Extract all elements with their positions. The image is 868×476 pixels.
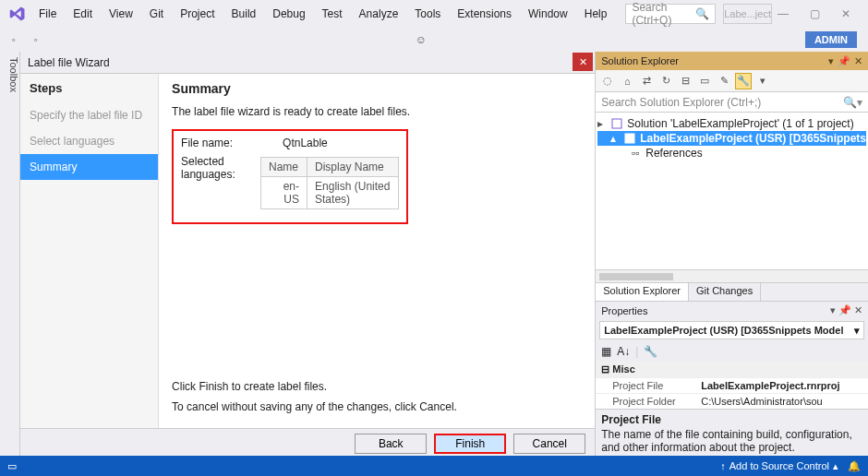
wizard-button-bar: Back Finish Cancel bbox=[20, 428, 595, 458]
menu-file[interactable]: File bbox=[31, 4, 64, 24]
finish-button[interactable]: Finish bbox=[434, 434, 506, 454]
se-wrench-icon[interactable]: 🔧 bbox=[735, 73, 752, 89]
close-icon[interactable]: ✕ bbox=[854, 55, 862, 67]
project-icon bbox=[623, 132, 636, 145]
prop-category-misc[interactable]: ⊟ Misc bbox=[596, 362, 868, 377]
menu-extensions[interactable]: Extensions bbox=[450, 4, 519, 24]
cancel-button[interactable]: Cancel bbox=[513, 434, 585, 454]
add-source-control-button[interactable]: ↑ Add to Source Control ▴ bbox=[720, 460, 838, 472]
tab-git-changes[interactable]: Git Changes bbox=[689, 283, 761, 301]
minimize-button[interactable]: — bbox=[772, 4, 794, 24]
menu-test[interactable]: Test bbox=[315, 4, 350, 24]
tab-solution-explorer[interactable]: Solution Explorer bbox=[596, 283, 689, 301]
se-showall-icon[interactable]: ▭ bbox=[696, 73, 713, 89]
nav-forward-icon[interactable]: ◦ bbox=[28, 31, 44, 48]
step-select-languages[interactable]: Select languages bbox=[20, 128, 158, 154]
se-refresh-icon[interactable]: ↻ bbox=[657, 73, 674, 89]
menu-help[interactable]: Help bbox=[577, 4, 615, 24]
menu-items: File Edit View Git Project Build Debug T… bbox=[31, 4, 614, 24]
wizard-titlebar: Label file Wizard ✕ bbox=[20, 52, 595, 74]
panel-menu-icon[interactable]: ▾ bbox=[830, 304, 836, 315]
prop-value: LabelExampleProject.rnrproj bbox=[697, 378, 868, 393]
quick-launch-search[interactable]: Search (Ctrl+Q) 🔍 bbox=[625, 4, 716, 24]
se-tree: ▸ Solution 'LabelExampleProject' (1 of 1… bbox=[596, 113, 868, 269]
se-search-dropdown-icon[interactable]: 🔍▾ bbox=[843, 96, 862, 109]
properties-grid: ⊟ Misc Project File LabelExampleProject.… bbox=[596, 362, 868, 409]
properties-header: Properties ▾ 📌 ✕ bbox=[596, 301, 868, 319]
menu-analyze[interactable]: Analyze bbox=[352, 4, 406, 24]
se-properties-icon[interactable]: ✎ bbox=[716, 73, 732, 89]
feedback-icon[interactable]: ☺ bbox=[416, 33, 427, 46]
search-icon: 🔍 bbox=[695, 7, 709, 20]
main-area: Toolbox Label file Wizard ✕ Steps Specif… bbox=[0, 52, 868, 458]
status-icon[interactable]: ▭ bbox=[7, 460, 17, 472]
menu-git[interactable]: Git bbox=[142, 4, 171, 24]
tree-references-row[interactable]: ▫▫ References bbox=[597, 146, 866, 161]
prop-row-project-file[interactable]: Project File LabelExampleProject.rnrproj bbox=[596, 377, 868, 393]
back-button[interactable]: Back bbox=[355, 434, 427, 454]
close-window-button[interactable]: ✕ bbox=[835, 4, 857, 24]
collapse-icon[interactable]: ⊟ bbox=[601, 363, 609, 375]
tree-solution-row[interactable]: ▸ Solution 'LabelExampleProject' (1 of 1… bbox=[597, 116, 866, 131]
admin-badge: ADMIN bbox=[805, 31, 857, 48]
steps-header: Steps bbox=[20, 74, 158, 102]
properties-description: Project File The name of the file contai… bbox=[596, 409, 868, 458]
step-specify-id[interactable]: Specify the label file ID bbox=[20, 102, 158, 128]
categorized-icon[interactable]: ▦ bbox=[601, 345, 611, 358]
properties-combo-text: LabelExampleProject (USR) [D365Snippets … bbox=[604, 325, 843, 336]
menu-build[interactable]: Build bbox=[224, 4, 264, 24]
wizard-window: Label file Wizard ✕ Steps Specify the la… bbox=[20, 52, 595, 458]
prop-desc-title: Project File bbox=[601, 413, 862, 426]
step-summary[interactable]: Summary bbox=[20, 154, 158, 180]
menu-edit[interactable]: Edit bbox=[66, 4, 100, 24]
references-text: References bbox=[645, 147, 702, 160]
search-placeholder: Search (Ctrl+Q) bbox=[632, 1, 695, 27]
menu-window[interactable]: Window bbox=[521, 4, 575, 24]
alphabetical-icon[interactable]: A↓ bbox=[617, 345, 630, 358]
menu-bar: File Edit View Git Project Build Debug T… bbox=[0, 0, 868, 28]
svg-rect-1 bbox=[625, 134, 634, 143]
toolbox-rail[interactable]: Toolbox bbox=[0, 52, 20, 458]
close-icon[interactable]: ✕ bbox=[854, 304, 862, 315]
panel-menu-icon[interactable]: ▾ bbox=[828, 55, 834, 67]
wizard-steps-panel: Steps Specify the label file ID Select l… bbox=[20, 74, 159, 428]
languages-table: Name Display Name en-US English (United … bbox=[260, 157, 399, 209]
selected-languages-label: Selected languages: bbox=[181, 155, 260, 181]
se-more-icon[interactable]: ▾ bbox=[754, 73, 771, 89]
notifications-icon[interactable]: 🔔 bbox=[848, 460, 861, 472]
solution-icon bbox=[610, 117, 623, 130]
se-sync-icon[interactable]: ⇄ bbox=[638, 73, 655, 89]
chevron-down-icon[interactable]: ▴ bbox=[610, 132, 620, 145]
right-dock: Solution Explorer ▾ 📌 ✕ ◌ ⌂ ⇄ ↻ ⊟ ▭ ✎ 🔧 … bbox=[595, 52, 868, 458]
wizard-summary-panel: Summary The label file wizard is ready t… bbox=[159, 74, 595, 428]
footer-cancel-text: To cancel without saving any of the chan… bbox=[172, 400, 582, 413]
footer-finish-text: Click Finish to create label files. bbox=[172, 380, 582, 393]
prop-name: Project File bbox=[596, 378, 697, 393]
se-home-icon[interactable]: ⌂ bbox=[619, 73, 635, 89]
svg-rect-0 bbox=[612, 119, 621, 128]
menu-tools[interactable]: Tools bbox=[407, 4, 448, 24]
prop-row-project-folder[interactable]: Project Folder C:\Users\Administrator\so… bbox=[596, 393, 868, 409]
nav-back-icon[interactable]: ◦ bbox=[6, 31, 22, 48]
chevron-down-icon[interactable]: ▸ bbox=[597, 117, 607, 130]
main-toolbar: ◦ ◦ ☺ ADMIN bbox=[0, 28, 868, 52]
se-search[interactable]: Search Solution Explorer (Ctrl+;) 🔍▾ bbox=[596, 92, 868, 113]
pin-icon[interactable]: 📌 bbox=[838, 304, 851, 315]
maximize-button[interactable]: ▢ bbox=[803, 4, 826, 24]
menu-debug[interactable]: Debug bbox=[265, 4, 312, 24]
menu-view[interactable]: View bbox=[102, 4, 140, 24]
tree-project-row[interactable]: ▴ LabelExampleProject (USR) [D365Snippet… bbox=[597, 131, 866, 146]
doc-tab-pill[interactable]: Labe...ject bbox=[723, 4, 772, 24]
properties-object-combo[interactable]: LabelExampleProject (USR) [D365Snippets … bbox=[599, 321, 864, 339]
se-horizontal-scrollbar[interactable] bbox=[596, 269, 868, 282]
se-back-icon[interactable]: ◌ bbox=[599, 73, 616, 89]
se-collapse-icon[interactable]: ⊟ bbox=[677, 73, 693, 89]
pin-icon[interactable]: 📌 bbox=[838, 55, 850, 67]
prop-name: Project Folder bbox=[596, 394, 697, 409]
solution-explorer-header: Solution Explorer ▾ 📌 ✕ bbox=[596, 52, 868, 70]
wizard-close-button[interactable]: ✕ bbox=[573, 53, 593, 71]
file-name-label: File name: bbox=[181, 137, 283, 149]
menu-project[interactable]: Project bbox=[173, 4, 222, 24]
summary-ready-text: The label file wizard is ready to create… bbox=[172, 105, 582, 118]
wrench-icon[interactable]: 🔧 bbox=[644, 345, 657, 358]
